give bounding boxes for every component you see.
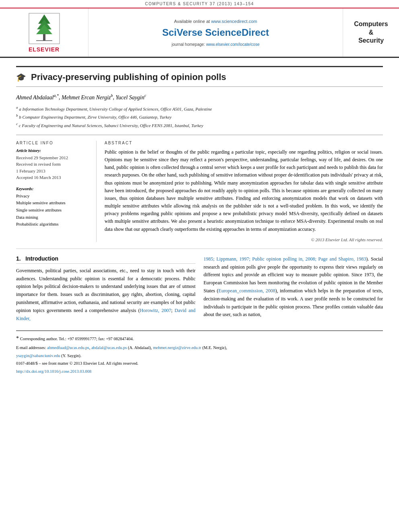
article-icon: 🎓 bbox=[16, 72, 26, 82]
footnote-doi: http://dx.doi.org/10.1016/j.cose.2013.03… bbox=[16, 368, 383, 375]
author-ahmed: Ahmed Abdalaal bbox=[16, 94, 53, 101]
brand-area: Computers&Security bbox=[343, 8, 399, 57]
article-info-col: ARTICLE INFO Article history: Received 2… bbox=[16, 141, 97, 242]
elsevier-tree-icon bbox=[28, 12, 60, 45]
footnote-area: * Corresponding author. Tel.: +97 059999… bbox=[16, 331, 383, 375]
elsevier-logo: ELSEVIER bbox=[28, 12, 60, 53]
intro-col-right: 1985; Lippmann, 1997; Public opinion pol… bbox=[204, 255, 383, 323]
copyright-line: © 2013 Elsevier Ltd. All rights reserved… bbox=[105, 237, 383, 242]
journal-homepage-text: journal homepage: www.elsevier.com/locat… bbox=[172, 42, 259, 47]
introduction-section: 1. Introduction Governments, political p… bbox=[16, 255, 383, 323]
keyword-3: Single sensitive attributes bbox=[16, 207, 90, 214]
article-body: 🎓 Privacy-preserving publishing of opini… bbox=[0, 58, 399, 384]
journal-header: ELSEVIER Available online at www.science… bbox=[0, 8, 399, 58]
authors-line: Ahmed Abdalaala,*, Mehmet Ercan Nergizb,… bbox=[16, 92, 383, 102]
intro-col-left: 1. Introduction Governments, political p… bbox=[16, 255, 195, 323]
footnote-license: 0167-4048/$ – see front matter © 2013 El… bbox=[16, 360, 383, 367]
abstract-text: Public opinion is the belief or thoughts… bbox=[105, 148, 383, 233]
footnote-email-line2: ysaygin@sabanciuniv.edu (Y. Saygin). bbox=[16, 353, 383, 359]
affiliation-c: c c Faculty of Engineering and Natural S… bbox=[16, 121, 383, 129]
author-mehmet: Mehmet Ercan Nergiz bbox=[62, 94, 111, 101]
keywords-section: Keywords: Privacy Multiple sensitive att… bbox=[16, 187, 90, 228]
footnote-star: * Corresponding author. Tel.: +97 059999… bbox=[16, 334, 383, 343]
history-accepted: Accepted 16 March 2013 bbox=[16, 174, 90, 181]
article-history: Article history: Received 29 September 2… bbox=[16, 148, 90, 181]
footnote-email-line1: E-mail addresses: ahmedfuad@ucas.edu.ps,… bbox=[16, 345, 383, 351]
brand-title: Computers&Security bbox=[354, 20, 388, 45]
svg-rect-2 bbox=[43, 33, 45, 41]
keyword-5: Probabilistic algorithms bbox=[16, 221, 90, 228]
sciverse-logo-text: SciVerse ScienceDirect bbox=[162, 27, 269, 38]
section-divider bbox=[16, 249, 383, 249]
article-title: Privacy-preserving publishing of opinion… bbox=[31, 72, 226, 82]
keyword-4: Data mining bbox=[16, 214, 90, 221]
keywords-label: Keywords: bbox=[16, 187, 90, 191]
sciencedirect-info: Available online at www.sciencedirect.co… bbox=[88, 8, 343, 57]
elsevier-brand-text: ELSEVIER bbox=[29, 46, 60, 53]
article-info-header: ARTICLE INFO bbox=[16, 141, 90, 145]
affiliation-a: a a Information Technology Department, U… bbox=[16, 105, 383, 113]
article-title-bar: 🎓 Privacy-preserving publishing of opini… bbox=[16, 66, 383, 87]
elsevier-logo-area: ELSEVIER bbox=[0, 8, 88, 57]
affiliations-block: a a Information Technology Department, U… bbox=[16, 105, 383, 129]
keyword-2: Multiple sensitive attributes bbox=[16, 199, 90, 207]
author-yucel: Yucel Saygin bbox=[116, 94, 144, 101]
article-history-label: Article history: bbox=[16, 148, 90, 153]
journal-reference-bar: COMPUTERS & SECURITY 37 (2013) 143–154 bbox=[0, 0, 399, 8]
ref-horowitz[interactable]: Horowitz, 2007 bbox=[140, 308, 171, 313]
email-ysaygin[interactable]: ysaygin@sabanciuniv.edu bbox=[16, 353, 60, 358]
intro-section-title: 1. Introduction bbox=[16, 255, 195, 264]
email-ahmedfuad[interactable]: ahmedfuad@ucas.edu.ps bbox=[47, 345, 89, 350]
history-revised-label: Received in revised form bbox=[16, 161, 90, 168]
email-abdalal[interactable]: abdalal@ucas.edu.ps bbox=[91, 345, 127, 350]
ref-1985[interactable]: 1985; Lippmann, 1997; Public opinion pol… bbox=[204, 256, 366, 262]
affiliation-b: b b Computer Engineering Department, Zir… bbox=[16, 113, 383, 121]
intro-text-left: Governments, political parties, social a… bbox=[16, 267, 195, 323]
history-revised-date: 1 February 2013 bbox=[16, 168, 90, 175]
journal-homepage-link[interactable]: www.elsevier.com/locate/cose bbox=[206, 42, 259, 47]
intro-text-right: 1985; Lippmann, 1997; Public opinion pol… bbox=[204, 255, 383, 319]
available-online-text: Available online at www.sciencedirect.co… bbox=[174, 19, 257, 24]
abstract-header: ABSTRACT bbox=[105, 141, 383, 145]
keyword-1: Privacy bbox=[16, 193, 90, 200]
email-mehmet[interactable]: mehmet.nergiz@zirve.edu.tr bbox=[153, 345, 201, 350]
journal-ref-text: COMPUTERS & SECURITY 37 (2013) 143–154 bbox=[145, 2, 254, 6]
ref-eu-commission[interactable]: European_commission, 2008 bbox=[218, 288, 275, 294]
article-info-abstract: ARTICLE INFO Article history: Received 2… bbox=[16, 135, 383, 242]
abstract-col: ABSTRACT Public opinion is the belief or… bbox=[105, 141, 383, 242]
sciencedirect-link[interactable]: www.sciencedirect.com bbox=[211, 19, 257, 24]
history-received: Received 29 September 2012 bbox=[16, 154, 90, 161]
doi-link[interactable]: http://dx.doi.org/10.1016/j.cose.2013.03… bbox=[16, 369, 91, 374]
